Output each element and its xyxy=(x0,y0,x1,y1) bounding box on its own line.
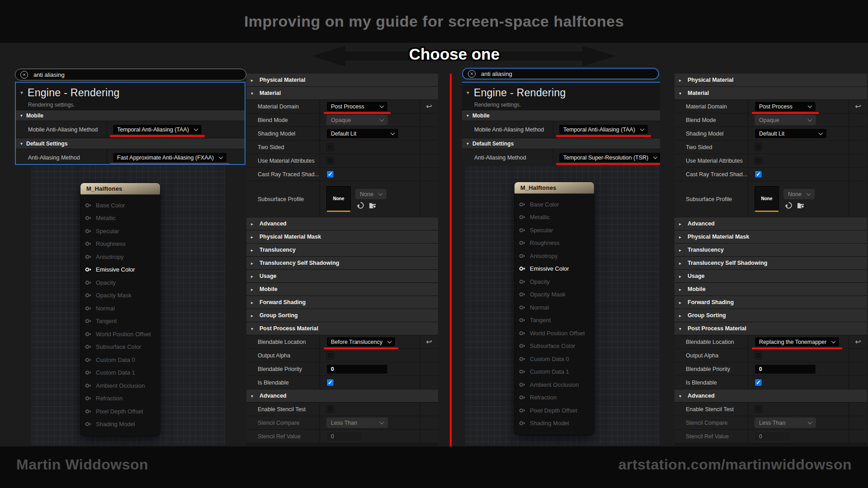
asset-thumbnail[interactable]: None xyxy=(755,186,779,212)
stencil-ref-value-input[interactable]: 0 xyxy=(755,432,791,441)
category-group-sorting[interactable]: ▸Group Sorting xyxy=(246,309,438,322)
node-pin-specular[interactable]: Specular xyxy=(80,225,160,238)
category-translucency-self-shadowing[interactable]: ▸Translucency Self Shadowing xyxy=(246,257,438,270)
category-translucency[interactable]: ▸Translucency xyxy=(675,244,867,257)
node-pin-metallic[interactable]: Metallic xyxy=(514,211,594,224)
use-material-attributes-checkbox[interactable] xyxy=(326,157,334,164)
category-mobile[interactable]: ▾ Mobile xyxy=(462,110,660,121)
category-physical-material[interactable]: ▸Physical Material xyxy=(246,74,438,87)
enable-stencil-test-checkbox[interactable] xyxy=(755,405,762,413)
material-graph-canvas[interactable]: M_Halftones Base ColorMetallicSpecularRo… xyxy=(31,165,225,446)
node-pin-base-color[interactable]: Base Color xyxy=(514,198,594,211)
node-pin-pixel-depth-offset[interactable]: Pixel Depth Offset xyxy=(80,405,160,418)
aa-method-dropdown[interactable]: Temporal Super-Resolution (TSR) xyxy=(559,152,660,163)
category-physical-material[interactable]: ▸Physical Material xyxy=(675,74,867,87)
aa-method-dropdown[interactable]: Fast Approximate Anti-Aliasing (FXAA) xyxy=(113,152,227,163)
expander-triangle-icon[interactable]: ▾ xyxy=(467,89,469,96)
search-input[interactable]: anti aliasing xyxy=(481,70,512,77)
category-material[interactable]: ▾Material xyxy=(675,87,867,100)
category-usage[interactable]: ▸Usage xyxy=(675,270,867,283)
node-pin-opacity[interactable]: Opacity xyxy=(514,275,594,288)
material-domain-dropdown[interactable]: Post Process xyxy=(326,101,388,112)
settings-search-bar[interactable]: × anti aliasing xyxy=(15,69,246,80)
node-pin-metallic[interactable]: Metallic xyxy=(80,212,160,225)
material-domain-dropdown[interactable]: Post Process xyxy=(755,101,816,112)
category-material[interactable]: ▾Material xyxy=(246,87,438,100)
browse-to-asset-icon[interactable] xyxy=(797,202,805,209)
category-forward-shading[interactable]: ▸Forward Shading xyxy=(246,296,438,309)
search-input[interactable]: anti aliasing xyxy=(33,71,65,78)
category-default-settings[interactable]: ▾ Default Settings xyxy=(16,138,245,149)
mobile-aa-method-dropdown[interactable]: Temporal Anti-Aliasing (TAA) xyxy=(113,124,202,135)
blendable-priority-input[interactable]: 0 xyxy=(326,364,388,374)
settings-search-bar[interactable]: × anti aliasing xyxy=(462,68,659,80)
category-translucency[interactable]: ▸Translucency xyxy=(246,244,438,257)
node-pin-normal[interactable]: Normal xyxy=(80,302,160,315)
node-pin-subsurface-color[interactable]: Subsurface Color xyxy=(80,341,160,354)
category-advanced[interactable]: ▸Advanced xyxy=(246,217,438,230)
node-pin-opacity-mask[interactable]: Opacity Mask xyxy=(514,288,594,301)
category-physical-material-mask[interactable]: ▸Physical Material Mask xyxy=(675,230,867,244)
reset-to-default-icon[interactable]: ↩ xyxy=(855,338,861,346)
category-translucency-self-shadowing[interactable]: ▸Translucency Self Shadowing xyxy=(675,257,867,270)
node-pin-ambient-occlusion[interactable]: Ambient Occlusion xyxy=(80,379,160,392)
node-pin-emissive-color[interactable]: Emissive Color xyxy=(514,263,594,276)
output-alpha-checkbox[interactable] xyxy=(326,352,334,359)
node-pin-normal[interactable]: Normal xyxy=(514,301,594,314)
two-sided-checkbox[interactable] xyxy=(755,143,762,151)
material-node[interactable]: M_Halftones Base ColorMetallicSpecularRo… xyxy=(80,183,160,436)
blendable-priority-input[interactable]: 0 xyxy=(755,364,816,374)
category-mobile[interactable]: ▾ Mobile xyxy=(16,110,245,121)
is-blendable-checkbox[interactable]: ✓ xyxy=(326,379,334,386)
node-pin-tangent[interactable]: Tangent xyxy=(80,315,160,328)
node-pin-emissive-color[interactable]: Emissive Color xyxy=(80,263,160,277)
cast-ray-traced-shad-checkbox[interactable]: ✓ xyxy=(755,170,762,178)
blendable-location-dropdown[interactable]: Before Translucency xyxy=(326,337,396,347)
node-pin-custom-data-1[interactable]: Custom Data 1 xyxy=(80,366,160,380)
category-mobile[interactable]: ▸Mobile xyxy=(246,283,438,296)
node-pin-base-color[interactable]: Base Color xyxy=(80,199,160,212)
is-blendable-checkbox[interactable]: ✓ xyxy=(755,379,762,386)
shading-model-dropdown[interactable]: Default Lit xyxy=(755,128,827,139)
node-pin-pixel-depth-offset[interactable]: Pixel Depth Offset xyxy=(514,404,594,417)
reset-to-default-icon[interactable]: ↩ xyxy=(426,338,432,346)
shading-model-dropdown[interactable]: Default Lit xyxy=(326,128,399,139)
node-pin-ambient-occlusion[interactable]: Ambient Occlusion xyxy=(514,378,594,391)
asset-thumbnail[interactable]: None xyxy=(326,186,351,212)
category-advanced[interactable]: ▸Advanced xyxy=(675,217,867,230)
category-default-settings[interactable]: ▾ Default Settings xyxy=(462,138,660,149)
material-node-header[interactable]: M_Halftones xyxy=(80,183,160,195)
clear-search-icon[interactable]: × xyxy=(20,71,28,79)
node-pin-world-position-offset[interactable]: World Position Offset xyxy=(80,328,160,341)
reset-to-default-icon[interactable]: ↩ xyxy=(426,103,432,110)
category-group-sorting[interactable]: ▸Group Sorting xyxy=(675,309,867,322)
category-physical-material-mask[interactable]: ▸Physical Material Mask xyxy=(246,230,438,244)
use-material-attributes-checkbox[interactable] xyxy=(755,157,762,164)
node-pin-refraction[interactable]: Refraction xyxy=(80,392,160,405)
node-pin-refraction[interactable]: Refraction xyxy=(514,391,594,404)
use-selected-asset-icon[interactable] xyxy=(785,202,793,209)
mobile-aa-method-dropdown[interactable]: Temporal Anti-Aliasing (TAA) xyxy=(559,124,648,135)
node-pin-opacity-mask[interactable]: Opacity Mask xyxy=(80,289,160,302)
material-node-header[interactable]: M_Halftones xyxy=(514,182,594,194)
expander-triangle-icon[interactable]: ▾ xyxy=(20,89,23,96)
node-pin-subsurface-color[interactable]: Subsurface Color xyxy=(514,340,594,353)
use-selected-asset-icon[interactable] xyxy=(357,202,364,209)
material-node[interactable]: M_Halftones Base ColorMetallicSpecularRo… xyxy=(514,182,594,435)
node-pin-specular[interactable]: Specular xyxy=(514,224,594,237)
category-usage[interactable]: ▸Usage xyxy=(246,270,438,283)
node-pin-custom-data-0[interactable]: Custom Data 0 xyxy=(514,352,594,366)
node-pin-shading-model[interactable]: Shading Model xyxy=(80,418,160,431)
node-pin-tangent[interactable]: Tangent xyxy=(514,314,594,327)
node-pin-anisotropy[interactable]: Anisotropy xyxy=(514,249,594,263)
node-pin-roughness[interactable]: Roughness xyxy=(80,238,160,251)
browse-to-asset-icon[interactable] xyxy=(369,202,377,209)
category-post-process-material[interactable]: ▾Post Process Material xyxy=(675,322,867,335)
category-mobile[interactable]: ▸Mobile xyxy=(675,283,867,296)
blendable-location-dropdown[interactable]: Replacing the Tonemapper xyxy=(755,337,840,347)
node-pin-opacity[interactable]: Opacity xyxy=(80,276,160,289)
category-post-process-material[interactable]: ▾Post Process Material xyxy=(246,322,438,335)
category-advanced[interactable]: ▾Advanced xyxy=(246,389,438,403)
output-alpha-checkbox[interactable] xyxy=(755,352,762,359)
enable-stencil-test-checkbox[interactable] xyxy=(326,405,334,413)
